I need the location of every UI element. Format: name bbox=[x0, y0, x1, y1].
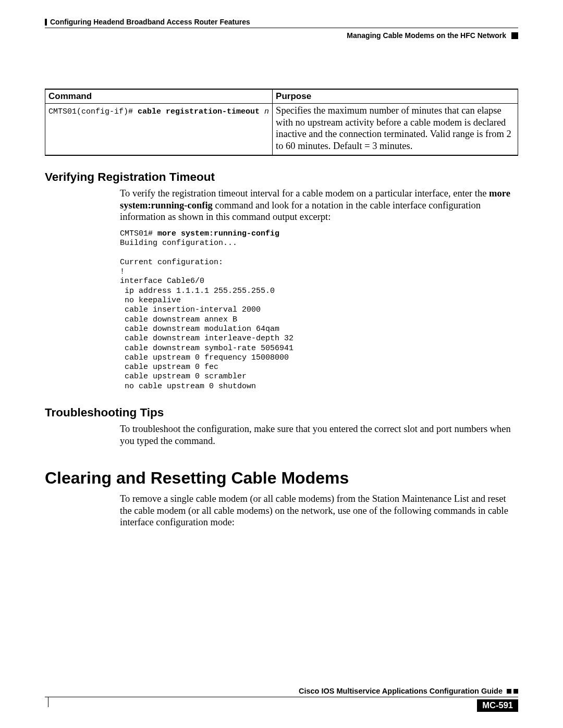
command-table: Command Purpose CMTS01(config-if)# cable… bbox=[45, 89, 518, 156]
footer-rule: MC-591 bbox=[45, 697, 518, 709]
command-prompt: CMTS01(config-if)# bbox=[48, 107, 138, 116]
table-header-row: Command Purpose bbox=[45, 89, 518, 104]
command-arg: n bbox=[260, 107, 269, 116]
table-header-command: Command bbox=[45, 89, 273, 104]
heading-clearing: Clearing and Resetting Cable Modems bbox=[45, 468, 518, 488]
para-trouble: To troubleshoot the configuration, make … bbox=[120, 423, 518, 447]
header-rule bbox=[45, 28, 518, 28]
page-number-badge: MC-591 bbox=[477, 699, 518, 712]
header-square-icon bbox=[511, 32, 518, 39]
command-name: cable registration-timeout bbox=[138, 107, 260, 116]
footer-guide-title: Cisco IOS Multiservice Applications Conf… bbox=[299, 687, 503, 695]
code-output: Building configuration... Current config… bbox=[120, 239, 293, 390]
table-row: CMTS01(config-if)# cable registration-ti… bbox=[45, 104, 518, 156]
table-cell-command: CMTS01(config-if)# cable registration-ti… bbox=[45, 104, 273, 156]
header-section: Managing Cable Modems on the HFC Network bbox=[45, 31, 518, 40]
code-block-verify: CMTS01# more system:running-config Build… bbox=[120, 229, 518, 391]
heading-verify: Verifying Registration Timeout bbox=[45, 170, 518, 184]
footer-corner-icon bbox=[48, 697, 48, 707]
page-footer: Cisco IOS Multiservice Applications Conf… bbox=[45, 687, 518, 709]
para-clearing: To remove a single cable modem (or all c… bbox=[120, 493, 518, 528]
para-verify: To verify the registration timeout inter… bbox=[120, 188, 518, 223]
footer-squares-icon bbox=[507, 689, 518, 694]
header-chapter-text: Configuring Headend Broadband Access Rou… bbox=[50, 18, 250, 26]
table-cell-purpose: Specifies the maximum number of minutes … bbox=[273, 104, 518, 156]
header-section-text: Managing Cable Modems on the HFC Network bbox=[347, 31, 506, 40]
table-header-purpose: Purpose bbox=[273, 89, 518, 104]
code-command: more system:running-config bbox=[157, 229, 279, 238]
header-chapter: Configuring Headend Broadband Access Rou… bbox=[45, 18, 518, 26]
heading-trouble: Troubleshooting Tips bbox=[45, 406, 518, 419]
footer-title-row: Cisco IOS Multiservice Applications Conf… bbox=[45, 687, 518, 695]
para-verify-pre: To verify the registration timeout inter… bbox=[120, 188, 489, 199]
code-prompt: CMTS01# bbox=[120, 229, 157, 238]
header-bar-icon bbox=[45, 19, 47, 26]
